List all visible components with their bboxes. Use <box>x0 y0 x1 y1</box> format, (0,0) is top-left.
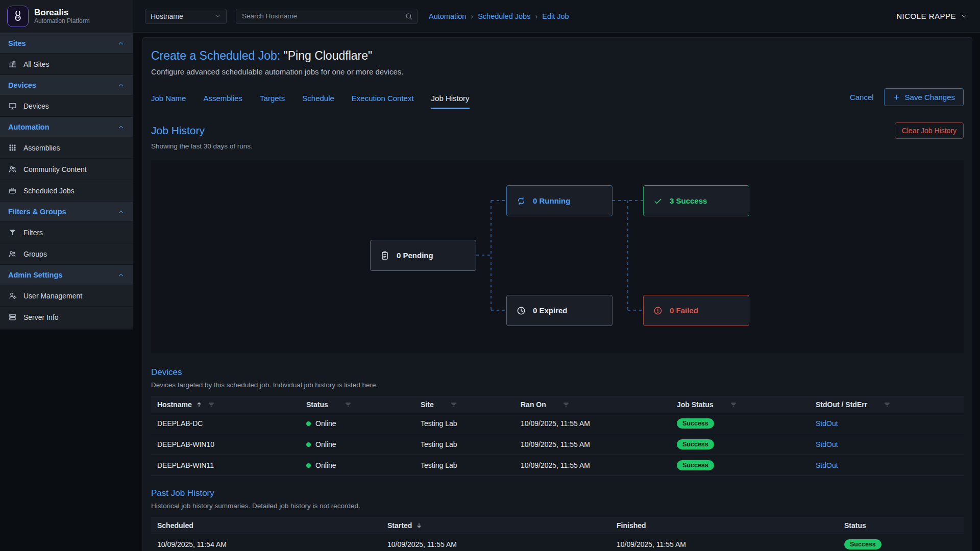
section-label: Sites <box>8 39 26 47</box>
cancel-button[interactable]: Cancel <box>850 93 874 102</box>
flow-node-success[interactable]: 3 Success <box>643 185 749 216</box>
status-cell: Online <box>300 413 414 434</box>
filter-icon[interactable] <box>730 401 737 408</box>
finished-cell: 10/09/2025, 11:55 AM <box>610 534 838 551</box>
flow-node-failed[interactable]: 0 Failed <box>643 295 749 326</box>
column-ran-on[interactable]: Ran On <box>514 396 671 413</box>
past-job-history-table: Scheduled Started Finished Status <box>151 517 964 551</box>
item-label: Devices <box>23 102 49 110</box>
device-row[interactable]: DEEPLAB-WIN10 Online Testing Lab 10/09/2… <box>151 434 964 455</box>
people-icon <box>8 165 17 173</box>
search-icon[interactable] <box>405 12 413 20</box>
job-status-cell: Success <box>671 455 810 476</box>
tab-schedule[interactable]: Schedule <box>302 94 334 109</box>
column-status[interactable]: Status <box>838 517 964 534</box>
flow-node-expired[interactable]: 0 Expired <box>506 295 612 326</box>
device-row[interactable]: DEEPLAB-DC Online Testing Lab 10/09/2025… <box>151 413 964 434</box>
chevron-up-icon <box>117 82 125 89</box>
online-status-dot <box>306 421 311 426</box>
page-title: Create a Scheduled Job: "Ping Cloudflare… <box>151 49 964 63</box>
sidebar-item-filters[interactable]: Filters <box>0 221 133 243</box>
column-job-status[interactable]: Job Status <box>671 396 810 413</box>
chevron-down-icon <box>961 13 968 20</box>
success-badge: Success <box>844 539 881 549</box>
flow-node-pending[interactable]: 0 Pending <box>370 240 476 271</box>
column-hostname[interactable]: Hostname <box>151 396 300 413</box>
tab-assemblies[interactable]: Assemblies <box>203 94 242 109</box>
site-cell: Testing Lab <box>414 413 514 434</box>
past-job-history-description: Historical job history summaries. Detail… <box>151 502 964 510</box>
tab-targets[interactable]: Targets <box>260 94 285 109</box>
chevron-up-icon <box>117 208 125 215</box>
server-icon <box>8 313 17 321</box>
item-label: Assemblies <box>23 144 60 152</box>
sidebar-item-user-management[interactable]: User Management <box>0 285 133 306</box>
devices-header-row: Hostname Status Site <box>151 396 964 413</box>
filter-icon[interactable] <box>208 401 215 408</box>
job-status-cell: Success <box>671 434 810 455</box>
sidebar-section-sites[interactable]: Sites <box>0 33 133 53</box>
stdout-link[interactable]: StdOut <box>816 461 838 469</box>
filter-icon[interactable] <box>345 401 352 408</box>
sidebar-item-assemblies[interactable]: Assemblies <box>0 137 133 158</box>
sidebar-section-filters-groups[interactable]: Filters & Groups <box>0 201 133 221</box>
tab-job-history[interactable]: Job History <box>431 94 470 109</box>
past-history-row[interactable]: 10/09/2025, 11:54 AM 10/09/2025, 11:55 A… <box>151 534 964 551</box>
column-scheduled[interactable]: Scheduled <box>151 517 381 534</box>
sidebar-item-devices[interactable]: Devices <box>0 95 133 116</box>
ran-on-cell: 10/09/2025, 11:55 AM <box>514 413 671 434</box>
device-row[interactable]: DEEPLAB-WIN11 Online Testing Lab 10/09/2… <box>151 455 964 476</box>
tabs-row: Job Name Assemblies Targets Schedule Exe… <box>151 88 964 109</box>
search-input[interactable] <box>236 9 418 24</box>
job-history-description: Showing the last 30 days of runs. <box>151 142 964 150</box>
sidebar-section-admin-settings[interactable]: Admin Settings <box>0 264 133 285</box>
column-site[interactable]: Site <box>414 396 514 413</box>
user-menu[interactable]: NICOLE RAPPE <box>896 12 968 20</box>
item-label: User Management <box>23 292 82 300</box>
sidebar-item-all-sites[interactable]: All Sites <box>0 53 133 74</box>
online-status-dot <box>306 442 311 447</box>
job-status-cell: Success <box>671 413 810 434</box>
sidebar-section-devices[interactable]: Devices <box>0 74 133 95</box>
item-label: All Sites <box>23 60 50 68</box>
clipboard-icon <box>380 251 390 261</box>
check-icon <box>653 196 663 206</box>
job-history-heading: Job History <box>151 124 205 137</box>
tab-execution-context[interactable]: Execution Context <box>352 94 414 109</box>
ran-on-cell: 10/09/2025, 11:55 AM <box>514 455 671 476</box>
column-status[interactable]: Status <box>300 396 414 413</box>
sidebar-item-community-content[interactable]: Community Content <box>0 158 133 180</box>
section-label: Automation <box>8 123 50 131</box>
scheduled-cell: 10/09/2025, 11:54 AM <box>151 534 381 551</box>
breadcrumb-edit-job[interactable]: Edit Job <box>530 12 569 20</box>
section-label: Devices <box>8 81 36 89</box>
sidebar-item-groups[interactable]: Groups <box>0 243 133 264</box>
column-stdout-stderr[interactable]: StdOut / StdErr <box>810 396 964 413</box>
save-changes-button[interactable]: Save Changes <box>884 88 964 106</box>
column-started[interactable]: Started <box>381 517 610 534</box>
sidebar-section-automation[interactable]: Automation <box>0 116 133 137</box>
stdout-link[interactable]: StdOut <box>816 419 838 428</box>
hostname-search <box>236 9 418 24</box>
breadcrumb-scheduled-jobs[interactable]: Scheduled Jobs <box>466 12 530 20</box>
clear-job-history-button[interactable]: Clear Job History <box>895 122 964 139</box>
hostname-cell: DEEPLAB-WIN10 <box>151 434 300 455</box>
sidebar-item-scheduled-jobs[interactable]: Scheduled Jobs <box>0 180 133 201</box>
breadcrumb-automation[interactable]: Automation <box>429 12 466 20</box>
buildings-icon <box>8 60 17 68</box>
sync-icon <box>516 196 526 206</box>
sidebar-item-server-info[interactable]: Server Info <box>0 306 133 328</box>
column-finished[interactable]: Finished <box>610 517 838 534</box>
sort-descending-icon[interactable] <box>415 522 423 529</box>
filter-icon[interactable] <box>562 401 570 408</box>
hostname-filter-select[interactable]: Hostname <box>145 9 227 24</box>
stdout-link[interactable]: StdOut <box>816 440 838 448</box>
filter-icon[interactable] <box>884 401 891 408</box>
tab-job-name[interactable]: Job Name <box>151 94 186 109</box>
site-cell: Testing Lab <box>414 434 514 455</box>
started-cell: 10/09/2025, 11:55 AM <box>381 534 610 551</box>
filter-icon[interactable] <box>450 401 457 408</box>
item-label: Scheduled Jobs <box>23 187 75 195</box>
sort-ascending-icon[interactable] <box>195 401 203 408</box>
flow-node-running[interactable]: 0 Running <box>506 185 612 216</box>
